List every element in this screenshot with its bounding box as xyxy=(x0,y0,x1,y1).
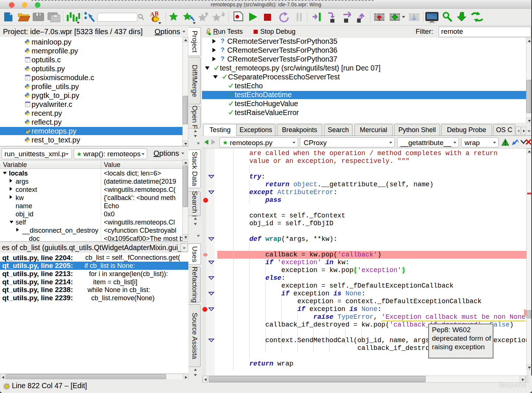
svg-text:c: c xyxy=(26,103,28,107)
svg-text:C: C xyxy=(152,14,158,24)
svg-text:c: c xyxy=(26,59,28,62)
svg-text:c: c xyxy=(26,76,28,80)
